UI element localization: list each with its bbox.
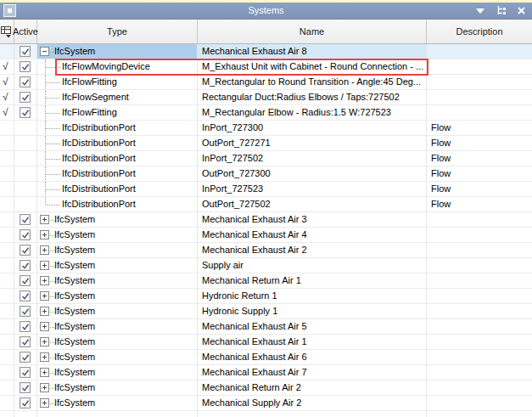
active-checkbox[interactable] bbox=[20, 61, 31, 72]
table-row[interactable]: IfcSystem Mechanical Exhaust Air 4 bbox=[0, 228, 532, 243]
chevron-down-icon bbox=[476, 8, 484, 14]
expander-icon[interactable] bbox=[40, 47, 49, 56]
table-row[interactable]: IfcSystem Hydronic Return 1 bbox=[0, 289, 532, 304]
table-row[interactable]: IfcSystem Mechanical Exhaust Air 1 bbox=[0, 335, 532, 350]
tree-line-horizontal bbox=[46, 98, 60, 99]
expander-icon[interactable] bbox=[40, 398, 49, 408]
active-checkbox[interactable] bbox=[20, 107, 31, 118]
active-checkbox[interactable] bbox=[20, 397, 31, 409]
flag-cell: √ bbox=[0, 75, 14, 90]
expander-icon[interactable] bbox=[40, 215, 49, 224]
table-row[interactable]: IfcSystem Hydronic Supply 1 bbox=[0, 304, 532, 319]
table-row[interactable]: IfcDistributionPort InPort_727502 Flow bbox=[0, 151, 532, 166]
expander-icon[interactable] bbox=[40, 322, 49, 331]
column-header-description[interactable]: Description bbox=[427, 20, 532, 43]
table-row[interactable]: √ IfcFlowFitting M_Rectangular to Round … bbox=[0, 75, 532, 90]
table-row[interactable]: IfcSystem Mechanical Exhaust Air 6 bbox=[0, 350, 532, 365]
active-checkbox[interactable] bbox=[20, 229, 31, 240]
expander-icon[interactable] bbox=[40, 291, 49, 301]
table-row[interactable]: IfcSystem Mechanical Exhaust Air 8 bbox=[0, 44, 532, 59]
active-checkbox[interactable] bbox=[20, 306, 31, 317]
name-cell: OutPort_727300 bbox=[198, 166, 427, 182]
expander-icon[interactable] bbox=[40, 368, 49, 377]
name-cell: OutPort_727502 bbox=[198, 197, 427, 212]
active-checkbox[interactable] bbox=[20, 336, 31, 347]
type-cell: IfcSystem bbox=[37, 44, 198, 59]
active-checkbox[interactable] bbox=[20, 382, 31, 393]
table-row[interactable]: IfcSystem Mechanical Exhaust Air 7 bbox=[0, 365, 532, 380]
active-checkbox[interactable] bbox=[20, 290, 31, 301]
name-label: Mechanical Return Air 1 bbox=[202, 273, 301, 288]
name-label: Mechanical Exhaust Air 4 bbox=[202, 228, 307, 242]
description-cell: Flow bbox=[427, 151, 532, 166]
description-cell: Flow bbox=[427, 197, 532, 212]
column-header-name[interactable]: Name bbox=[198, 20, 427, 43]
table-row[interactable]: IfcSystem Mechanical Exhaust Air 2 bbox=[0, 243, 532, 258]
active-checkbox[interactable] bbox=[20, 321, 31, 332]
active-checkbox[interactable] bbox=[20, 214, 31, 225]
name-cell: Supply air bbox=[198, 258, 427, 273]
active-cell bbox=[14, 75, 37, 90]
name-label: Supply air bbox=[202, 258, 244, 273]
type-label: IfcDistributionPort bbox=[62, 182, 136, 196]
table-row[interactable]: IfcDistributionPort InPort_727523 Flow bbox=[0, 182, 532, 197]
active-checkbox[interactable] bbox=[20, 245, 31, 256]
name-label: InPort_727300 bbox=[202, 121, 263, 135]
description-label: Flow bbox=[431, 182, 451, 196]
expander-icon[interactable] bbox=[40, 352, 49, 362]
name-cell: Mechanical Exhaust Air 5 bbox=[198, 319, 427, 335]
expander-icon[interactable] bbox=[40, 230, 49, 239]
active-cell bbox=[14, 304, 37, 319]
expander-icon[interactable] bbox=[40, 245, 49, 255]
table-row[interactable]: √ IfcFlowFitting M_Rectangular Elbow - R… bbox=[0, 105, 532, 121]
table-row[interactable]: IfcSystem Supply air bbox=[0, 258, 532, 273]
active-checkbox[interactable] bbox=[20, 76, 31, 87]
type-label: IfcSystem bbox=[54, 396, 95, 410]
table-row[interactable]: IfcSystem Mechanical Return Air 1 bbox=[0, 273, 532, 289]
table-row[interactable]: IfcDistributionPort OutPort_727300 Flow bbox=[0, 166, 532, 182]
expander-icon[interactable] bbox=[40, 261, 49, 270]
panel-menu-button[interactable] bbox=[474, 5, 486, 17]
table-body: IfcSystem Mechanical Exhaust Air 8 √ Ifc… bbox=[0, 44, 532, 417]
checkbox-check-icon bbox=[21, 292, 30, 301]
table-row[interactable]: IfcDistributionPort OutPort_727502 Flow bbox=[0, 197, 532, 212]
description-cell bbox=[427, 105, 532, 121]
description-cell bbox=[427, 335, 532, 350]
dock-button[interactable] bbox=[495, 5, 507, 17]
active-checkbox[interactable] bbox=[20, 260, 31, 271]
name-label: Mechanical Exhaust Air 6 bbox=[202, 350, 307, 364]
close-button[interactable] bbox=[515, 5, 527, 17]
active-checkbox[interactable] bbox=[20, 275, 31, 286]
table-row[interactable]: IfcSystem Mechanical Exhaust Air 3 bbox=[0, 212, 532, 228]
panel-titlebar[interactable]: Systems bbox=[0, 3, 532, 19]
flag-cell bbox=[0, 396, 14, 411]
type-cell: IfcDistributionPort bbox=[37, 182, 198, 197]
column-header-active[interactable]: Active bbox=[14, 20, 37, 43]
active-checkbox[interactable] bbox=[20, 46, 31, 57]
active-checkbox[interactable] bbox=[20, 92, 31, 103]
description-cell bbox=[427, 75, 532, 90]
expander-icon[interactable] bbox=[40, 337, 49, 347]
flag-cell bbox=[0, 319, 14, 335]
column-header-type[interactable]: Type bbox=[37, 20, 198, 43]
active-checkbox[interactable] bbox=[20, 352, 31, 363]
active-checkbox[interactable] bbox=[20, 367, 31, 378]
active-cell bbox=[14, 90, 37, 105]
table-row[interactable]: √ IfcFlowMovingDevice M_Exhaust Unit wit… bbox=[0, 59, 532, 75]
expander-icon[interactable] bbox=[40, 307, 49, 316]
expander-icon[interactable] bbox=[40, 383, 49, 392]
table-row[interactable]: IfcDistributionPort OutPort_727271 Flow bbox=[0, 136, 532, 151]
active-cell bbox=[14, 335, 37, 350]
table-row[interactable]: √ IfcFlowSegment Rectangular Duct:Radius… bbox=[0, 90, 532, 105]
table-row[interactable]: IfcSystem Mechanical Supply Air 2 bbox=[0, 396, 532, 411]
panel-window-icon bbox=[3, 4, 16, 17]
table-row[interactable]: IfcSystem Mechanical Return Air 2 bbox=[0, 380, 532, 396]
found-checkmark-icon: √ bbox=[3, 106, 8, 119]
table-row[interactable]: IfcDistributionPort InPort_727300 Flow bbox=[0, 121, 532, 136]
titlebar-buttons bbox=[474, 3, 527, 19]
expander-icon[interactable] bbox=[40, 276, 49, 285]
found-checkmark-icon: √ bbox=[3, 60, 8, 73]
type-label: IfcSystem bbox=[54, 289, 95, 303]
empty-cell bbox=[198, 411, 427, 417]
table-row[interactable]: IfcSystem Mechanical Exhaust Air 5 bbox=[0, 319, 532, 335]
